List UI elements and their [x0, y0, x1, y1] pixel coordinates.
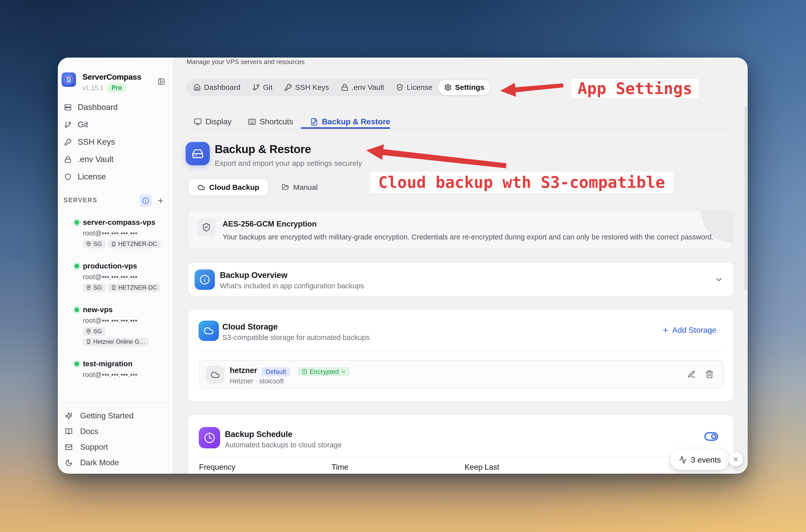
sidebar-item-label: Support: [80, 442, 108, 452]
book-open-icon: [65, 428, 73, 435]
annotation-app-settings: App Settings: [571, 79, 698, 98]
trash-icon[interactable]: [705, 370, 714, 378]
storage-item-actions: [687, 370, 714, 378]
schedule-title: Backup Schedule: [225, 430, 292, 439]
tab-label: Git: [263, 83, 272, 92]
sidebar-item-env-vault[interactable]: .env Vault: [58, 151, 173, 168]
mail-icon: [65, 443, 73, 451]
sidebar-item-label: Git: [78, 120, 88, 129]
main-tabbar: Dashboard Git SSH Keys .env Vault Licens…: [186, 78, 490, 96]
servers-info-button[interactable]: [139, 194, 152, 207]
schedule-time-label: Time: [331, 463, 348, 472]
shield-icon: [64, 173, 72, 180]
subtab-shortcuts[interactable]: Shortcuts: [248, 117, 293, 126]
app-logo: [61, 73, 76, 87]
subtab-label: Backup & Restore: [322, 117, 390, 126]
events-close-button[interactable]: [729, 452, 743, 467]
schedule-subtitle: Automated backups to cloud storage: [225, 441, 342, 449]
sidebar-footer: Getting Started Docs Support Dark Mode: [58, 402, 173, 471]
encrypted-badge[interactable]: Encrypted: [298, 367, 350, 376]
backup-schedule-card: Backup Schedule Automated backups to clo…: [188, 415, 734, 474]
add-storage-button[interactable]: Add Storage: [662, 326, 716, 335]
page-title: Backup & Restore: [215, 142, 362, 156]
sidebar-item-label: Getting Started: [80, 411, 134, 420]
tab-git[interactable]: Git: [246, 80, 279, 95]
sidebar-item-support[interactable]: Support: [58, 439, 173, 455]
schedule-keeplast-label: Keep Last: [464, 463, 499, 472]
sidebar-item-getting-started[interactable]: Getting Started: [58, 408, 173, 423]
tag-label: HETZNER-DC: [118, 241, 157, 247]
storage-item-row[interactable]: hetzner Default Encrypted Hetzner · stoi…: [199, 360, 724, 388]
tab-dashboard[interactable]: Dashboard: [187, 80, 246, 95]
annotation-cloud-backup: Cloud backup wth S3-compatible: [370, 172, 673, 193]
tab-license[interactable]: License: [390, 80, 438, 95]
storage-subtitle: S3-compatible storage for automated back…: [222, 334, 369, 342]
section-heading: Backup & Restore Export and import your …: [186, 142, 362, 168]
server-tags: SG Hetzner Online G…: [75, 327, 167, 346]
keyboard-icon: [248, 118, 256, 126]
add-server-button[interactable]: [157, 197, 164, 205]
cloud-backup-button[interactable]: Cloud Backup: [188, 179, 269, 196]
sidebar-item-docs[interactable]: Docs: [58, 423, 173, 439]
app-window: ServerCompass v1.15.1 Pro Dashboard Git …: [58, 58, 748, 474]
section-heading-text: Backup & Restore Export and import your …: [215, 142, 362, 168]
shield-check-icon: [396, 83, 403, 91]
subtab-label: Display: [206, 117, 232, 126]
sidebar-item-label: Dashboard: [78, 102, 118, 112]
sidebar-item-ssh-keys[interactable]: SSH Keys: [58, 133, 173, 151]
subtab-display[interactable]: Display: [194, 117, 232, 126]
sidebar-nav: Dashboard Git SSH Keys .env Vault Licens…: [58, 98, 173, 185]
file-key-icon: [310, 118, 318, 126]
subtab-backup-restore[interactable]: Backup & Restore: [310, 117, 390, 126]
key-icon: [284, 83, 292, 91]
scrollbar-thumb[interactable]: [745, 107, 747, 289]
schedule-toggle-on[interactable]: [702, 429, 721, 444]
server-tag: SG: [83, 240, 105, 248]
sidebar-item-git[interactable]: Git: [58, 116, 173, 133]
chevron-down-icon[interactable]: [715, 276, 723, 284]
sidebar-item-dashboard[interactable]: Dashboard: [58, 98, 173, 116]
main-content: Manage your VPS servers and resources Da…: [173, 58, 748, 474]
plus-icon: [662, 326, 669, 334]
map-pin-icon: [86, 285, 91, 290]
building-icon: [111, 241, 116, 247]
tab-label: .env Vault: [352, 83, 384, 92]
tab-ssh-keys[interactable]: SSH Keys: [279, 80, 335, 95]
server-item[interactable]: new-vps root@•••.•••.•••.••• SG Hetzner …: [58, 305, 173, 346]
tag-label: HETZNER-DC: [118, 284, 157, 291]
server-status-dot: [74, 220, 79, 225]
sidebar-item-license[interactable]: License: [58, 168, 173, 185]
servers-section-label: SERVERS: [63, 196, 97, 204]
tab-env-vault[interactable]: .env Vault: [335, 80, 390, 95]
events-pill[interactable]: 3 events: [671, 450, 729, 470]
server-item[interactable]: test-migration root@•••.•••.•••.•••: [58, 359, 173, 379]
tab-label: License: [407, 83, 432, 92]
home-icon: [193, 83, 201, 91]
server-item[interactable]: production-vps root@•••.•••.•••.••• SG H…: [58, 261, 173, 292]
active-subtab-underline: [301, 127, 390, 129]
sidebar-collapse-icon[interactable]: [158, 78, 165, 86]
manual-backup-button[interactable]: Manual: [279, 179, 320, 196]
server-tag: SG: [83, 284, 105, 292]
mode-label: Cloud Backup: [209, 183, 259, 192]
clock-icon: [199, 427, 220, 449]
sidebar-item-label: License: [78, 172, 106, 182]
git-branch-icon: [252, 83, 260, 91]
shield-check-icon: [197, 218, 215, 236]
backup-mode-switch: Cloud Backup Manual: [188, 179, 320, 196]
info-icon: [195, 269, 215, 290]
pro-badge: Pro: [107, 83, 126, 93]
sidebar-item-dark-mode[interactable]: Dark Mode: [58, 455, 173, 471]
map-pin-icon: [86, 328, 91, 334]
backup-overview-card[interactable]: Backup Overview What's included in app c…: [188, 262, 734, 296]
folder-open-icon: [282, 184, 289, 191]
server-item[interactable]: server-compass-vps root@•••.•••.•••.••• …: [58, 217, 173, 248]
tab-settings[interactable]: Settings: [438, 80, 490, 95]
edit-icon[interactable]: [687, 370, 696, 378]
subtab-divider: [187, 129, 733, 129]
server-status-dot: [74, 307, 79, 312]
subtab-label: Shortcuts: [260, 117, 293, 126]
server-status-dot: [74, 264, 79, 268]
git-branch-icon: [64, 121, 72, 128]
server-tag: HETZNER-DC: [108, 240, 160, 248]
